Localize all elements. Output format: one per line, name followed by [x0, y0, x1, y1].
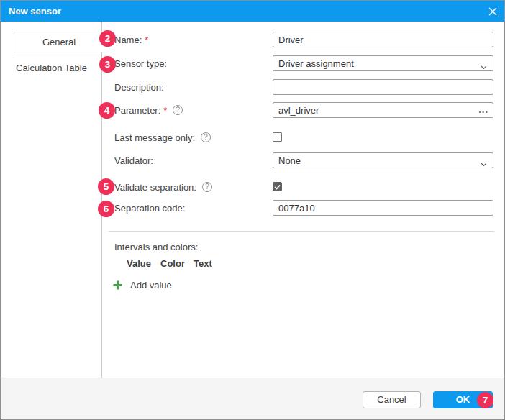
dialog-title: New sensor	[9, 1, 61, 22]
check-icon	[274, 184, 281, 190]
description-input[interactable]	[273, 79, 493, 95]
annotation-badge-5: 5	[98, 178, 114, 195]
annotation-badge-4: 4	[99, 102, 115, 119]
validate-separation-checkbox[interactable]	[273, 182, 282, 191]
annotation-badge-6: 6	[98, 201, 114, 217]
add-value-button[interactable]: Add value	[113, 280, 172, 291]
sensor-type-label: Sensor type:	[114, 55, 167, 71]
separation-code-input[interactable]	[273, 200, 493, 216]
validator-select[interactable]: None	[273, 152, 493, 168]
help-icon[interactable]: ?	[202, 182, 212, 192]
dialog-footer	[1, 378, 504, 419]
validator-value: None	[278, 155, 301, 166]
annotation-badge-7: 7	[477, 392, 493, 408]
section-separator	[109, 231, 494, 232]
name-input[interactable]	[273, 32, 493, 47]
column-header-text: Text	[194, 259, 212, 269]
help-icon[interactable]: ?	[201, 132, 211, 142]
parameter-browse-button[interactable]: ...	[478, 104, 488, 117]
last-message-only-label: Last message only: ?	[114, 129, 211, 145]
required-asterisk: *	[163, 105, 167, 116]
parameter-input[interactable]	[273, 102, 493, 118]
tab-calculation-table[interactable]: Calculation Table	[1, 59, 102, 78]
sensor-type-value: Driver assignment	[278, 58, 354, 69]
required-asterisk: *	[145, 35, 148, 45]
plus-icon	[113, 280, 122, 290]
parameter-field: ...	[273, 102, 493, 118]
chevron-down-icon	[481, 158, 487, 169]
add-value-label: Add value	[130, 280, 172, 291]
sidebar-divider	[101, 22, 102, 378]
intervals-and-colors-label: Intervals and colors:	[114, 242, 198, 252]
new-sensor-dialog: New sensor General Calculation Table Nam…	[0, 0, 505, 420]
annotation-badge-2: 2	[99, 30, 116, 47]
separation-code-label: Separation code:	[114, 200, 185, 216]
tab-general[interactable]: General	[14, 32, 104, 52]
cancel-button[interactable]: Cancel	[363, 391, 421, 408]
validator-label: Validator:	[114, 152, 153, 168]
column-header-value: Value	[127, 259, 151, 269]
parameter-label: Parameter:* ?	[114, 102, 183, 118]
description-label: Description:	[114, 79, 164, 95]
help-icon[interactable]: ?	[173, 105, 183, 115]
annotation-badge-3: 3	[99, 56, 116, 73]
dialog-titlebar: New sensor	[1, 1, 504, 22]
name-label: Name:*	[114, 32, 148, 47]
chevron-down-icon	[481, 61, 487, 72]
close-icon[interactable]	[487, 6, 498, 17]
column-header-color: Color	[160, 259, 185, 269]
last-message-only-checkbox[interactable]	[273, 132, 282, 142]
sensor-type-select[interactable]: Driver assignment	[273, 55, 493, 71]
validate-separation-label: Validate separation: ?	[114, 179, 212, 195]
